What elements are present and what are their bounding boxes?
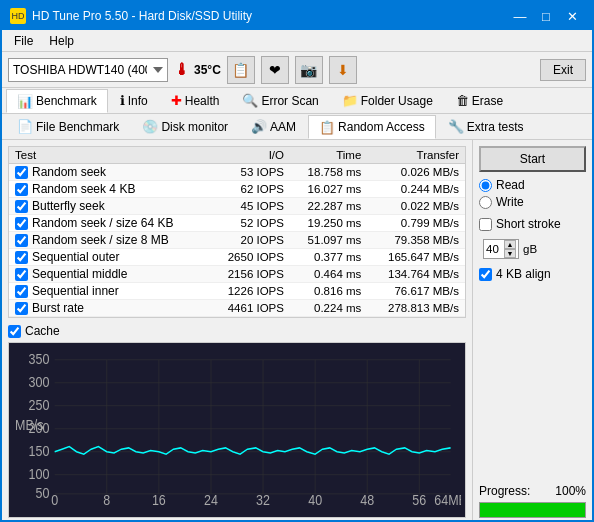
table-row: Random seek 53 IOPS 18.758 ms 0.026 MB/s	[9, 164, 465, 181]
tab-folder-usage[interactable]: 📁 Folder Usage	[331, 89, 444, 113]
random-access-icon: 📋	[319, 120, 335, 135]
row-checkbox-6[interactable]	[15, 268, 28, 281]
tab-aam[interactable]: 🔊 AAM	[240, 115, 307, 139]
tab-health[interactable]: ✚ Health	[160, 89, 231, 113]
table-row: Sequential middle 2156 IOPS 0.464 ms 134…	[9, 266, 465, 283]
row-checkbox-1[interactable]	[15, 183, 28, 196]
row-checkbox-cell: Random seek 4 KB	[15, 182, 204, 196]
temperature-value: 35°C	[194, 63, 221, 77]
write-option[interactable]: Write	[479, 195, 586, 209]
align-checkbox[interactable]	[479, 268, 492, 281]
svg-text:64MB: 64MB	[434, 491, 461, 509]
short-stroke-checkbox[interactable]	[479, 218, 492, 231]
cache-row: Cache	[8, 324, 466, 338]
chart-area: 350 300 250 200 150 100 50 MB/s 0 8 16 2…	[8, 342, 466, 518]
cache-checkbox[interactable]	[8, 325, 21, 338]
exit-button[interactable]: Exit	[540, 59, 586, 81]
row-transfer: 0.022 MB/s	[367, 198, 465, 215]
row-checkbox-7[interactable]	[15, 285, 28, 298]
row-checkbox-2[interactable]	[15, 200, 28, 213]
progress-label-row: Progress: 100%	[479, 484, 586, 498]
row-checkbox-cell: Sequential middle	[15, 267, 204, 281]
tab-erase[interactable]: 🗑 Erase	[445, 89, 514, 113]
row-time: 51.097 ms	[290, 232, 367, 249]
tab-benchmark[interactable]: 📊 Benchmark	[6, 89, 108, 113]
drive-select[interactable]: TOSHIBA HDWT140 (4000 gB)	[8, 58, 168, 82]
row-checkbox-cell: Random seek / size 8 MB	[15, 233, 204, 247]
toolbar-btn-3[interactable]: 📷	[295, 56, 323, 84]
extra-tests-icon: 🔧	[448, 119, 464, 134]
svg-text:16: 16	[152, 491, 166, 509]
row-checkbox-0[interactable]	[15, 166, 28, 179]
row-checkbox-cell: Random seek / size 64 KB	[15, 216, 204, 230]
row-transfer: 278.813 MB/s	[367, 300, 465, 317]
read-radio[interactable]	[479, 179, 492, 192]
tab-info[interactable]: ℹ Info	[109, 89, 159, 113]
svg-text:56: 56	[412, 491, 426, 509]
left-panel: Test I/O Time Transfer Random seek 53 IO…	[2, 140, 472, 522]
table-row: Random seek / size 64 KB 52 IOPS 19.250 …	[9, 215, 465, 232]
tab-random-access[interactable]: 📋 Random Access	[308, 115, 436, 139]
spinner-down-button[interactable]: ▼	[504, 249, 516, 258]
row-checkbox-cell: Butterfly seek	[15, 199, 204, 213]
results-table: Test I/O Time Transfer Random seek 53 IO…	[8, 146, 466, 318]
tabs-row-2: 📄 File Benchmark 💿 Disk monitor 🔊 AAM 📋 …	[2, 114, 592, 140]
tab-extra-tests[interactable]: 🔧 Extra tests	[437, 115, 535, 139]
row-checkbox-3[interactable]	[15, 217, 28, 230]
maximize-button[interactable]: □	[534, 6, 558, 26]
aam-icon: 🔊	[251, 119, 267, 134]
row-checkbox-5[interactable]	[15, 251, 28, 264]
write-radio[interactable]	[479, 196, 492, 209]
col-time: Time	[290, 147, 367, 164]
progress-bar-background	[479, 502, 586, 518]
row-test-name: Random seek 4 KB	[32, 182, 135, 196]
row-test-name: Random seek	[32, 165, 106, 179]
row-time: 18.758 ms	[290, 164, 367, 181]
svg-rect-0	[13, 347, 461, 513]
row-test-name: Random seek / size 64 KB	[32, 216, 173, 230]
toolbar-btn-4[interactable]: ⬇	[329, 56, 357, 84]
row-io: 2650 IOPS	[210, 249, 290, 266]
row-io: 45 IOPS	[210, 198, 290, 215]
disk-monitor-icon: 💿	[142, 119, 158, 134]
read-write-group: Read Write	[479, 178, 586, 209]
row-time: 0.816 ms	[290, 283, 367, 300]
align-option[interactable]: 4 KB align	[479, 267, 586, 281]
cache-label[interactable]: Cache	[25, 324, 60, 338]
svg-text:250: 250	[29, 395, 50, 413]
svg-text:0: 0	[51, 491, 58, 509]
benchmark-chart: 350 300 250 200 150 100 50 MB/s 0 8 16 2…	[13, 347, 461, 513]
row-io: 4461 IOPS	[210, 300, 290, 317]
row-checkbox-4[interactable]	[15, 234, 28, 247]
row-transfer: 79.358 MB/s	[367, 232, 465, 249]
benchmark-icon: 📊	[17, 94, 33, 109]
row-io: 1226 IOPS	[210, 283, 290, 300]
svg-text:40: 40	[308, 491, 322, 509]
menu-file[interactable]: File	[6, 32, 41, 50]
table-row: Butterfly seek 45 IOPS 22.287 ms 0.022 M…	[9, 198, 465, 215]
row-io: 62 IOPS	[210, 181, 290, 198]
start-button[interactable]: Start	[479, 146, 586, 172]
health-icon: ✚	[171, 93, 182, 108]
close-button[interactable]: ✕	[560, 6, 584, 26]
row-test-name: Butterfly seek	[32, 199, 105, 213]
read-option[interactable]: Read	[479, 178, 586, 192]
row-time: 0.377 ms	[290, 249, 367, 266]
row-test-name: Sequential outer	[32, 250, 119, 264]
minimize-button[interactable]: —	[508, 6, 532, 26]
gb-spinner[interactable]: 40 ▲ ▼	[483, 239, 519, 259]
menu-help[interactable]: Help	[41, 32, 82, 50]
tab-error-scan[interactable]: 🔍 Error Scan	[231, 89, 329, 113]
row-io: 53 IOPS	[210, 164, 290, 181]
spinner-up-button[interactable]: ▲	[504, 240, 516, 249]
toolbar-btn-2[interactable]: ❤	[261, 56, 289, 84]
short-stroke-option[interactable]: Short stroke	[479, 217, 586, 231]
tab-disk-monitor[interactable]: 💿 Disk monitor	[131, 115, 239, 139]
main-content: Test I/O Time Transfer Random seek 53 IO…	[2, 140, 592, 522]
toolbar-btn-1[interactable]: 📋	[227, 56, 255, 84]
progress-bar-fill	[480, 503, 585, 517]
tab-file-benchmark[interactable]: 📄 File Benchmark	[6, 115, 130, 139]
table-row: Random seek 4 KB 62 IOPS 16.027 ms 0.244…	[9, 181, 465, 198]
gb-value: 40	[486, 243, 504, 255]
row-checkbox-8[interactable]	[15, 302, 28, 315]
